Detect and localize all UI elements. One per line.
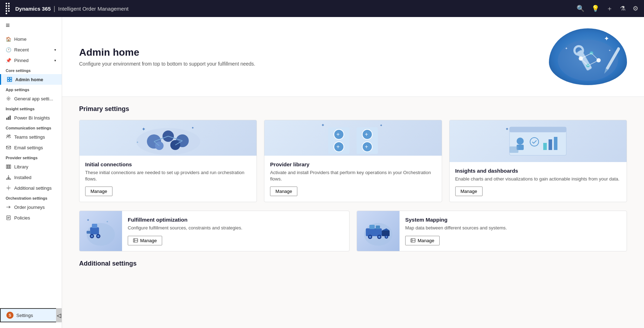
svg-point-76 <box>97 235 99 237</box>
download-icon <box>6 174 11 180</box>
svg-text:✦: ✦ <box>380 123 382 127</box>
sidebar-bottom: S Settings ◁ <box>0 308 62 322</box>
help-icon[interactable]: 💡 <box>591 5 599 12</box>
svg-rect-7 <box>10 116 11 120</box>
chart-icon <box>6 115 11 121</box>
library-icon <box>6 164 11 169</box>
manage-label-system: Manage <box>418 238 434 243</box>
svg-rect-2 <box>7 80 9 82</box>
section-provider-settings: Provider settings <box>0 153 62 161</box>
svg-text:✦: ✦ <box>87 218 89 222</box>
card-fulfillment: ✦ ✦ Fulfillment optimization Configure f… <box>79 211 349 251</box>
sidebar-item-installed[interactable]: Installed <box>0 172 62 183</box>
sidebar-item-recent[interactable]: 🕐 Recent ▾ <box>0 44 62 55</box>
section-app-settings: App settings <box>0 85 62 93</box>
svg-text:+: + <box>365 131 368 137</box>
svg-text:✦: ✦ <box>142 126 146 132</box>
card-body-library: Provider library Activate and install Pr… <box>264 156 441 202</box>
svg-point-61 <box>517 138 524 145</box>
card-desc-connections: These initial connections are needed to … <box>85 169 251 182</box>
manage-button-fulfillment[interactable]: Manage <box>128 236 162 245</box>
brand-area: Dynamics 365 | Intelligent Order Managem… <box>15 5 128 12</box>
svg-point-88 <box>378 236 380 238</box>
svg-text:+: + <box>336 144 340 150</box>
add-icon[interactable]: ＋ <box>606 4 613 13</box>
sidebar-item-pinned[interactable]: 📌 Pinned ▾ <box>0 55 62 66</box>
hero-text: Admin home Configure your environment fr… <box>79 47 255 67</box>
svg-rect-6 <box>8 117 9 120</box>
svg-rect-64 <box>543 143 547 150</box>
settings-bottom-item[interactable]: S Settings <box>0 308 62 322</box>
manage-button-connections[interactable]: Manage <box>85 187 112 196</box>
svg-text:✦: ✦ <box>604 35 609 42</box>
card-initial-connections: ✦ ✦ ✦ Initial connections These initial … <box>79 120 257 202</box>
svg-rect-12 <box>8 165 9 168</box>
manage-button-library[interactable]: Manage <box>270 187 297 196</box>
card-body-system: System Mapping Map data between differen… <box>400 211 627 251</box>
top-nav-actions: 🔍 💡 ＋ ⚗ ⚙ <box>577 4 638 13</box>
brand-separator: | <box>54 5 55 12</box>
hamburger-icon[interactable]: ≡ <box>0 17 62 34</box>
filter-icon[interactable]: ⚗ <box>620 5 626 12</box>
sidebar-item-general-app[interactable]: General app setti... <box>0 93 62 104</box>
sidebar: ≡ 🏠 Home 🕐 Recent ▾ 📌 Pinned ▾ Core <box>0 17 62 328</box>
primary-settings-title: Primary settings <box>79 105 627 113</box>
svg-point-16 <box>558 40 618 81</box>
card-body-connections: Initial connections These initial connec… <box>79 156 257 202</box>
settings-bottom-label: Settings <box>16 313 33 318</box>
chevron-down-icon: ▾ <box>54 48 56 52</box>
sidebar-wrapper: ≡ 🏠 Home 🕐 Recent ▾ 📌 Pinned ▾ Core <box>0 17 62 322</box>
recent-icon: 🕐 <box>6 47 11 52</box>
app-grid-icon[interactable] <box>6 3 10 14</box>
card-desc-fulfillment: Configure fulfillment sources, constrain… <box>128 225 343 231</box>
sidebar-item-home[interactable]: 🏠 Home <box>0 34 62 44</box>
app-name: Intelligent Order Management <box>58 6 128 12</box>
svg-point-89 <box>386 236 387 238</box>
svg-point-9 <box>9 135 10 136</box>
svg-rect-91 <box>376 226 380 229</box>
card-desc-library: Activate and install Providers that perf… <box>270 169 436 182</box>
svg-point-87 <box>369 236 371 238</box>
manage-button-insights[interactable]: Manage <box>455 187 483 196</box>
svg-rect-72 <box>87 231 91 234</box>
additional-settings-section: Additional settings <box>79 260 627 291</box>
sidebar-item-admin-home[interactable]: Admin home <box>0 74 62 85</box>
additional-settings-icon <box>6 185 11 191</box>
sidebar-item-order-journeys[interactable]: Order journeys <box>0 202 62 212</box>
teams-icon <box>6 134 11 140</box>
card-insights-dashboards: ✦ Insights and dashboards Enable charts … <box>449 120 627 202</box>
svg-rect-66 <box>554 137 557 150</box>
page-subtitle: Configure your environment from top to b… <box>79 61 255 67</box>
brand-name: Dynamics 365 <box>15 6 51 12</box>
svg-rect-70 <box>90 227 99 234</box>
svg-text:✦: ✦ <box>565 46 568 50</box>
settings-icon[interactable]: ⚙ <box>633 5 638 12</box>
sidebar-item-additional[interactable]: Additional settings <box>0 183 62 193</box>
power-bi-label: Power Bi Insights <box>14 115 50 121</box>
section-communication-settings: Communication settings <box>0 123 62 132</box>
sidebar-item-library[interactable]: Library <box>0 161 62 172</box>
admin-home-icon <box>7 77 12 82</box>
search-icon[interactable]: 🔍 <box>577 5 584 12</box>
order-journeys-label: Order journeys <box>14 205 45 210</box>
teams-label: Teams settings <box>14 134 45 140</box>
sidebar-pinned-label: Pinned <box>14 58 28 63</box>
card-illustration-insights: ✦ <box>450 120 627 162</box>
svg-point-4 <box>8 98 9 99</box>
card-desc-insights: Enable charts and other visualizations t… <box>455 176 621 182</box>
email-label: Email settings <box>14 145 43 150</box>
sidebar-item-teams[interactable]: Teams settings <box>0 132 62 142</box>
sidebar-item-policies[interactable]: Policies <box>0 212 62 223</box>
additional-settings-label: Additional settings <box>14 185 52 191</box>
sidebar-item-email[interactable]: Email settings <box>0 142 62 153</box>
manage-label-connections: Manage <box>90 189 107 194</box>
sidebar-collapse-handle[interactable]: ◁ <box>56 308 62 322</box>
svg-text:✦: ✦ <box>136 141 139 144</box>
svg-rect-3 <box>10 80 12 82</box>
sidebar-item-power-bi[interactable]: Power Bi Insights <box>0 112 62 123</box>
svg-text:✦: ✦ <box>321 123 325 128</box>
svg-rect-60 <box>510 127 566 132</box>
manage-button-system[interactable]: Manage <box>405 236 440 245</box>
svg-rect-65 <box>549 139 552 150</box>
hero-illustration: ✦ ✦ ✦ <box>549 28 627 85</box>
